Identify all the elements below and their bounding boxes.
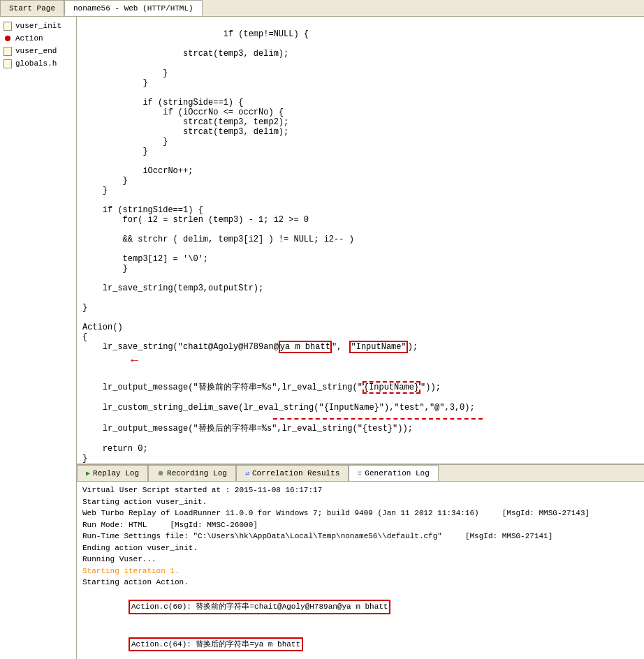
log-line-highlighted-2: Action.c(64): 替换后的字符串=ya m bhatt (82, 625, 638, 659)
log-line-orange: Starting iteration 1. (82, 565, 638, 577)
log-line: Ending action vuser_init. (82, 542, 638, 554)
code-line: strcat(temp3, temp2); (82, 117, 288, 127)
code-line: if (stringSide==1) { (82, 98, 243, 108)
code-line: lr_custom_string_delim_save(lr_eval_stri… (82, 403, 475, 413)
code-line: } (82, 264, 128, 274)
log-line-highlighted-1: Action.c(60): 替换前的字符串=chait@Agoly@H789an… (82, 588, 638, 626)
tab-generation-log[interactable]: ≡ Generation Log (349, 465, 438, 481)
code-line: } (82, 78, 148, 88)
code-line: } (82, 186, 108, 195)
code-line: } (82, 68, 168, 78)
code-line: && strchr ( delim, temp3[i2] ) != NULL; … (82, 235, 354, 244)
code-line: for( i2 = strlen (temp3) - 1; i2 >= 0 (82, 215, 309, 225)
sidebar-item-vuser-init[interactable]: vuser_init (0, 20, 76, 32)
code-line: } (82, 454, 87, 464)
log-line: Web Turbo Replay of LoadRunner 11.0.0 fo… (82, 508, 638, 519)
log-line: Starting action Action. (82, 577, 638, 588)
log-line: Run Mode: HTML [MsgId: MMSC-26000] (82, 519, 638, 531)
gen-icon: ≡ (358, 470, 362, 477)
bottom-tabs: ▶ Replay Log ⏺ Recording Log ⇄ Correlati… (77, 465, 644, 482)
code-line: } (82, 176, 128, 186)
main-container: vuser_init Action vuser_end globals.h (0, 17, 644, 659)
log-line: Starting action vuser_init. (82, 496, 638, 508)
corr-icon: ⇄ (245, 469, 249, 477)
code-line: lr_output_message("替换后的字符串=%s",lr_eval_s… (82, 424, 413, 434)
sidebar-item-globals[interactable]: globals.h (0, 57, 76, 70)
code-line: if (iOccrNo <= occrNo) { (82, 108, 284, 117)
log-line: Virtual User Script started at : 2015-11… (82, 484, 638, 496)
sidebar-item-action[interactable]: Action (0, 32, 76, 45)
code-area: if (temp!=NULL) { strcat(temp3, delim); … (77, 17, 644, 464)
tab-recording-log[interactable]: ⏺ Recording Log (148, 465, 236, 481)
code-line: lr_save_string("chait@Agoly@H789an@ya m … (82, 342, 418, 352)
tab-replay-log[interactable]: ▶ Replay Log (77, 465, 148, 481)
log-line: Running Vuser... (82, 554, 638, 565)
code-line: strcat(temp3, delim); (82, 127, 288, 137)
code-line: } (82, 137, 168, 147)
tab-correlation-results[interactable]: ⇄ Correlation Results (236, 465, 349, 481)
tab-start-page[interactable]: Start Page (0, 0, 64, 16)
tab-noname56[interactable]: noname56 - Web (HTTP/HTML) (64, 0, 203, 16)
action-icon (3, 34, 13, 43)
log-content[interactable]: Virtual User Script started at : 2015-11… (77, 482, 644, 659)
code-line: } (82, 303, 87, 313)
code-line: if (stringSide==1) { (82, 205, 203, 215)
code-line: iOccrNo++; (82, 166, 193, 176)
code-line: return 0; (82, 444, 148, 454)
code-line: lr_output_message("替换前的字符串=%s",lr_eval_s… (82, 381, 441, 394)
title-bar: Start Page noname56 - Web (HTTP/HTML) (0, 0, 644, 17)
replay-icon: ▶ (86, 469, 90, 477)
page-icon (3, 21, 13, 31)
code-line: ← (82, 371, 133, 381)
vuser-end-icon (3, 46, 13, 56)
sidebar-item-vuser-end[interactable]: vuser_end (0, 45, 76, 57)
code-line: } (82, 147, 148, 156)
highlight-box-2: Action.c(64): 替换后的字符串=ya m bhatt (129, 637, 303, 652)
left-panel: vuser_init Action vuser_end globals.h (0, 17, 77, 659)
record-icon: ⏺ (157, 469, 164, 477)
code-line: strcat(temp3, delim); (82, 49, 288, 59)
code-line: lr_save_string(temp3,outputStr); (82, 283, 263, 293)
code-line (82, 413, 483, 422)
code-line: if (temp!=NULL) { (163, 29, 309, 39)
bottom-panel: ▶ Replay Log ⏺ Recording Log ⇄ Correlati… (77, 464, 644, 659)
log-line: Run-Time Settings file: "​C:\Users\hk\Ap… (82, 531, 638, 542)
code-content[interactable]: if (temp!=NULL) { strcat(temp3, delim); … (77, 17, 644, 464)
globals-icon (3, 59, 13, 68)
highlight-box-1: Action.c(60): 替换前的字符串=chait@Agoly@H789an… (129, 600, 390, 614)
code-line: Action() (82, 323, 123, 332)
code-line: temp3[i2] = '\0'; (82, 254, 208, 264)
code-line: { (82, 332, 87, 342)
